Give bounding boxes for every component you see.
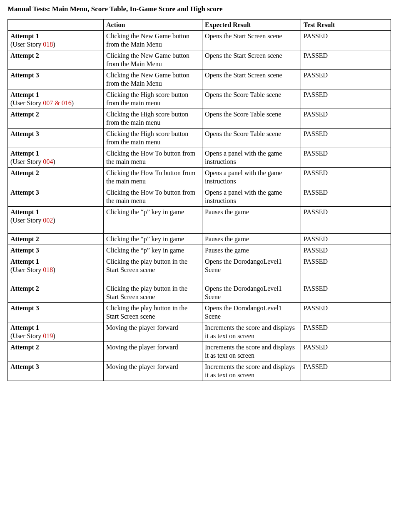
attempt-label: Attempt 1: [10, 91, 39, 98]
attempt-label: Attempt 1: [10, 208, 39, 215]
header-expected: Expected Result: [202, 20, 301, 31]
cell-expected: Opens the Score Table scene: [202, 129, 301, 148]
cell-expected: Opens the DorodangoLevel1 Scene: [202, 283, 301, 303]
attempt-label: Attempt 1: [10, 150, 39, 157]
table-row: Attempt 3Clicking the How To button from…: [8, 187, 391, 207]
user-story-suffix: ): [53, 41, 55, 48]
table-row: Attempt 3Clicking the play button in the…: [8, 303, 391, 322]
cell-attempt: Attempt 2: [8, 168, 104, 187]
table-row: Attempt 1(User Story 019)Moving the play…: [8, 322, 391, 342]
cell-result: PASSED: [301, 283, 391, 303]
cell-result: PASSED: [301, 256, 391, 283]
cell-action: Clicking the New Game button from the Ma…: [104, 70, 202, 89]
cell-action: Clicking the How To button from the main…: [104, 187, 202, 207]
user-story-code: 019: [43, 332, 53, 339]
cell-result: PASSED: [301, 187, 391, 207]
cell-attempt: Attempt 1(User Story 004): [8, 148, 104, 168]
header-action: Action: [104, 20, 202, 31]
cell-result: PASSED: [301, 50, 391, 70]
header-attempt: [8, 20, 104, 31]
cell-action: Clicking the “p” key in game: [104, 234, 202, 245]
table-row: Attempt 3Moving the player forwardIncrem…: [8, 361, 391, 381]
table-row: Attempt 2Clicking the play button in the…: [8, 283, 391, 303]
user-story-code: 007 & 016: [43, 99, 71, 106]
cell-result: PASSED: [301, 322, 391, 342]
cell-action: Clicking the How To button from the main…: [104, 148, 202, 168]
cell-action: Clicking the New Game button from the Ma…: [104, 50, 202, 70]
cell-expected: Increments the score and displays it as …: [202, 322, 301, 342]
cell-attempt: Attempt 2: [8, 234, 104, 245]
attempt-label: Attempt 2: [10, 111, 39, 118]
cell-result: PASSED: [301, 245, 391, 256]
cell-attempt: Attempt 2: [8, 283, 104, 303]
cell-expected: Pauses the game: [202, 245, 301, 256]
table-row: Attempt 2Clicking the “p” key in gamePau…: [8, 234, 391, 245]
cell-attempt: Attempt 1(User Story 018): [8, 256, 104, 283]
cell-action: Clicking the play button in the Start Sc…: [104, 303, 202, 322]
attempt-label: Attempt 3: [10, 304, 39, 312]
table-row: Attempt 1(User Story 007 & 016)Clicking …: [8, 89, 391, 109]
cell-result: PASSED: [301, 361, 391, 381]
cell-attempt: Attempt 3: [8, 187, 104, 207]
user-story-prefix: (User Story: [10, 158, 43, 165]
table-row: Attempt 2Clicking the New Game button fr…: [8, 50, 391, 70]
user-story-suffix: ): [53, 158, 55, 165]
cell-action: Clicking the How To button from the main…: [104, 168, 202, 187]
test-results-table: Action Expected Result Test Result Attem…: [7, 19, 391, 381]
cell-expected: Opens the DorodangoLevel1 Scene: [202, 303, 301, 322]
cell-expected: Opens the Start Screen scene: [202, 70, 301, 89]
table-row: Attempt 1(User Story 004)Clicking the Ho…: [8, 148, 391, 168]
cell-expected: Opens a panel with the game instructions: [202, 168, 301, 187]
cell-attempt: Attempt 3: [8, 70, 104, 89]
cell-expected: Pauses the game: [202, 234, 301, 245]
table-row: Attempt 2Moving the player forwardIncrem…: [8, 342, 391, 361]
cell-result: PASSED: [301, 342, 391, 361]
page-title: Manual Tests: Main Menu, Score Table, In…: [7, 5, 399, 13]
cell-expected: Opens the Score Table scene: [202, 89, 301, 109]
cell-attempt: Attempt 2: [8, 50, 104, 70]
cell-action: Clicking the High score button from the …: [104, 89, 202, 109]
cell-result: PASSED: [301, 129, 391, 148]
table-row: Attempt 1(User Story 018)Clicking the Ne…: [8, 31, 391, 50]
cell-attempt: Attempt 3: [8, 303, 104, 322]
attempt-label: Attempt 2: [10, 344, 39, 351]
table-row: Attempt 3Clicking the High score button …: [8, 129, 391, 148]
table-header-row: Action Expected Result Test Result: [8, 20, 391, 31]
attempt-label: Attempt 1: [10, 258, 39, 265]
cell-result: PASSED: [301, 234, 391, 245]
cell-result: PASSED: [301, 109, 391, 129]
cell-result: PASSED: [301, 31, 391, 50]
cell-attempt: Attempt 1(User Story 018): [8, 31, 104, 50]
cell-attempt: Attempt 3: [8, 129, 104, 148]
cell-action: Moving the player forward: [104, 342, 202, 361]
user-story-prefix: (User Story: [10, 41, 43, 48]
user-story-code: 002: [43, 217, 53, 224]
user-story-suffix: ): [53, 332, 55, 339]
cell-expected: Pauses the game: [202, 207, 301, 234]
cell-action: Clicking the High score button from the …: [104, 129, 202, 148]
cell-action: Moving the player forward: [104, 322, 202, 342]
cell-result: PASSED: [301, 168, 391, 187]
user-story-prefix: (User Story: [10, 217, 43, 224]
attempt-label: Attempt 2: [10, 235, 39, 242]
user-story-suffix: ): [72, 99, 74, 106]
cell-result: PASSED: [301, 207, 391, 234]
attempt-label: Attempt 3: [10, 130, 39, 137]
user-story-code: 018: [43, 266, 53, 273]
cell-attempt: Attempt 2: [8, 342, 104, 361]
user-story-code: 018: [43, 41, 53, 48]
cell-expected: Opens the Score Table scene: [202, 109, 301, 129]
user-story-prefix: (User Story: [10, 332, 43, 339]
header-result: Test Result: [301, 20, 391, 31]
table-row: Attempt 1(User Story 002)Clicking the “p…: [8, 207, 391, 234]
cell-expected: Increments the score and displays it as …: [202, 342, 301, 361]
user-story-suffix: ): [53, 266, 55, 273]
cell-expected: Opens the Start Screen scene: [202, 31, 301, 50]
attempt-label: Attempt 2: [10, 52, 39, 59]
cell-attempt: Attempt 1(User Story 007 & 016): [8, 89, 104, 109]
cell-expected: Opens the DorodangoLevel1 Scene: [202, 256, 301, 283]
cell-attempt: Attempt 3: [8, 245, 104, 256]
attempt-label: Attempt 3: [10, 189, 39, 196]
cell-action: Clicking the High score button from the …: [104, 109, 202, 129]
table-row: Attempt 2Clicking the How To button from…: [8, 168, 391, 187]
